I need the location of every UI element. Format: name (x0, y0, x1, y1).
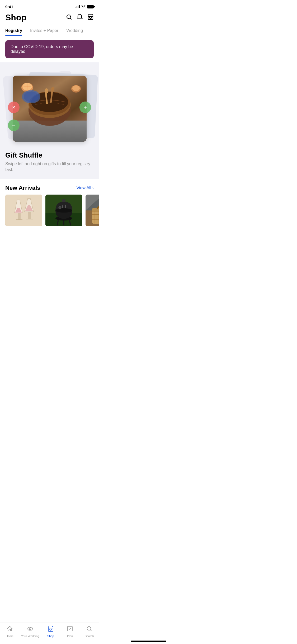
product-grid (0, 195, 99, 226)
product-card-2[interactable] (45, 195, 82, 226)
svg-rect-41 (92, 209, 99, 224)
notification-icon[interactable] (77, 14, 83, 22)
tab-registry[interactable]: Registry (5, 26, 22, 36)
status-bar: 9:41 (0, 0, 99, 12)
glassware-svg (5, 195, 42, 226)
status-time: 9:41 (5, 4, 13, 9)
new-arrivals-header: New Arrivals View All › (0, 185, 99, 195)
battery-icon (87, 5, 94, 8)
product-image-3 (86, 195, 99, 226)
product-card-3[interactable] (86, 195, 99, 226)
picnic-svg (86, 195, 99, 226)
shuffle-like-button[interactable]: + (79, 102, 91, 113)
status-icons (75, 4, 94, 9)
header: Shop (0, 12, 99, 26)
shuffle-card-area[interactable]: × + − (5, 68, 94, 147)
gift-shuffle-section: × + − Gift Shuffle Swipe left and right … (0, 62, 99, 179)
page-title: Shop (5, 13, 26, 22)
wifi-icon (81, 4, 86, 9)
grill-svg (45, 195, 82, 226)
svg-line-1 (70, 18, 72, 19)
svg-rect-18 (5, 195, 42, 226)
new-arrivals-title: New Arrivals (5, 185, 40, 191)
search-icon[interactable] (66, 14, 72, 22)
product-image-2 (45, 195, 82, 226)
gift-shuffle-title: Gift Shuffle (0, 151, 99, 161)
product-card-1[interactable] (5, 195, 42, 226)
svg-rect-24 (28, 212, 31, 219)
product-image-1 (5, 195, 42, 226)
gift-shuffle-description: Swipe left and right on gifts to fill yo… (0, 161, 99, 173)
tab-invites-paper[interactable]: Invites + Paper (30, 26, 58, 36)
svg-point-37 (59, 206, 61, 209)
cart-icon[interactable] (87, 14, 94, 22)
shuffle-minus-button[interactable]: − (8, 119, 20, 131)
svg-rect-35 (62, 205, 63, 208)
covid-banner: Due to COVID-19, orders may be delayed (5, 40, 94, 58)
bowl-svg (21, 78, 79, 131)
svg-rect-20 (18, 213, 21, 220)
tab-wedding[interactable]: Wedding (66, 26, 83, 36)
svg-rect-34 (62, 199, 65, 202)
new-arrivals-section: New Arrivals View All › (0, 179, 99, 226)
svg-point-8 (45, 88, 48, 94)
shuffle-dislike-button[interactable]: × (8, 102, 20, 113)
svg-rect-36 (65, 205, 66, 208)
signal-icon (75, 5, 80, 8)
shuffle-card-main[interactable] (13, 76, 87, 142)
header-action-icons (66, 14, 94, 22)
svg-rect-21 (16, 219, 22, 220)
svg-point-33 (55, 208, 72, 213)
svg-point-11 (24, 91, 39, 102)
tab-bar: Registry Invites + Paper Wedding (0, 26, 99, 36)
covid-banner-text: Due to COVID-19, orders may be delayed (11, 44, 73, 54)
view-all-link[interactable]: View All › (76, 186, 94, 190)
svg-rect-25 (26, 219, 33, 219)
